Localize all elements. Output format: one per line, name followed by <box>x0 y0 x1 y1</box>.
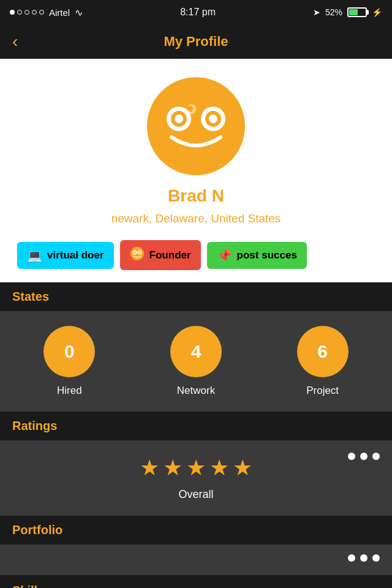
profile-location: newark, Delaware, United States <box>111 212 281 225</box>
carrier-label: Airtel <box>49 7 70 18</box>
skills-section-header: Skills <box>0 575 392 588</box>
svg-point-6 <box>130 247 144 260</box>
network-circle: 4 <box>170 326 222 377</box>
svg-point-11 <box>134 252 135 253</box>
portfolio-dot-2 <box>360 554 368 562</box>
stars-row: ★ ★ ★ ★ ★ <box>140 455 252 481</box>
ratings-panel: ★ ★ ★ ★ ★ Overall <box>0 440 392 516</box>
svg-point-12 <box>139 252 140 253</box>
signal-dots <box>10 10 44 15</box>
signal-dot-1 <box>10 10 15 15</box>
star-2: ★ <box>163 455 183 481</box>
signal-dot-2 <box>17 10 22 15</box>
avatar <box>147 77 245 175</box>
pagination-dot-1 <box>348 453 355 460</box>
battery-fill <box>349 9 358 15</box>
hired-label: Hired <box>57 385 82 397</box>
portfolio-panel <box>0 545 392 575</box>
profile-section: Brad N newark, Delaware, United States 💻… <box>0 59 392 282</box>
ratings-label: Ratings <box>12 419 57 432</box>
states-section-header: States <box>0 282 392 311</box>
badge-founder[interactable]: Founder <box>120 240 201 270</box>
battery-icon <box>347 7 367 17</box>
hired-value: 0 <box>64 341 75 362</box>
battery-percent: 52% <box>325 7 342 17</box>
battery-container <box>347 7 367 17</box>
state-item-network[interactable]: 4 Network <box>170 326 222 397</box>
state-item-project[interactable]: 6 Project <box>297 326 349 397</box>
status-left: Airtel ∿ <box>10 7 83 18</box>
badge-post-success[interactable]: 📌 post succes <box>207 242 307 269</box>
charging-icon: ⚡ <box>372 7 382 17</box>
states-label: States <box>12 290 49 303</box>
project-circle: 6 <box>297 326 349 377</box>
hired-circle: 0 <box>43 326 95 377</box>
star-3: ★ <box>186 455 206 481</box>
status-right: ➤ 52% ⚡ <box>313 7 382 17</box>
project-value: 6 <box>317 341 328 362</box>
badges-row: 💻 virtual doer Founder 📌 post succ <box>12 240 380 270</box>
nav-bar: ‹ My Profile <box>0 24 392 59</box>
status-bar: Airtel ∿ 8:17 pm ➤ 52% ⚡ <box>0 0 392 24</box>
skills-label: Skills <box>12 584 44 588</box>
laptop-icon: 💻 <box>27 248 42 263</box>
network-label: Network <box>177 385 215 397</box>
star-5: ★ <box>233 455 252 481</box>
badge-post-label: post succes <box>237 249 297 262</box>
portfolio-dot-1 <box>348 554 355 562</box>
time-label: 8:17 pm <box>180 7 216 18</box>
founder-icon <box>130 246 145 264</box>
overall-label: Overall <box>178 488 213 501</box>
pin-icon: 📌 <box>217 248 232 263</box>
star-1: ★ <box>140 455 159 481</box>
portfolio-label: Portfolio <box>12 523 62 537</box>
states-panel: 0 Hired 4 Network 6 Project <box>0 311 392 412</box>
svg-point-5 <box>209 115 217 123</box>
badge-virtual-doer[interactable]: 💻 virtual doer <box>17 242 114 269</box>
signal-dot-4 <box>32 10 37 15</box>
avatar-logo-svg <box>153 83 239 169</box>
page-title: My Profile <box>12 34 380 50</box>
location-arrow-icon: ➤ <box>313 7 320 17</box>
ratings-pagination <box>348 453 380 460</box>
svg-point-2 <box>175 115 183 123</box>
portfolio-pagination <box>348 554 380 562</box>
back-button[interactable]: ‹ <box>12 32 18 51</box>
network-value: 4 <box>191 341 202 362</box>
signal-dot-3 <box>24 10 29 15</box>
state-item-hired[interactable]: 0 Hired <box>43 326 95 397</box>
wifi-icon: ∿ <box>75 7 83 18</box>
portfolio-section-header: Portfolio <box>0 516 392 545</box>
signal-dot-5 <box>39 10 44 15</box>
project-label: Project <box>306 385 339 397</box>
pagination-dot-2 <box>360 453 368 460</box>
profile-name: Brad N <box>168 186 224 206</box>
badge-virtual-label: virtual doer <box>47 249 104 262</box>
ratings-section-header: Ratings <box>0 412 392 440</box>
star-4: ★ <box>209 455 229 481</box>
badge-founder-label: Founder <box>149 249 191 262</box>
portfolio-dot-3 <box>372 554 380 562</box>
pagination-dot-3 <box>372 453 380 460</box>
